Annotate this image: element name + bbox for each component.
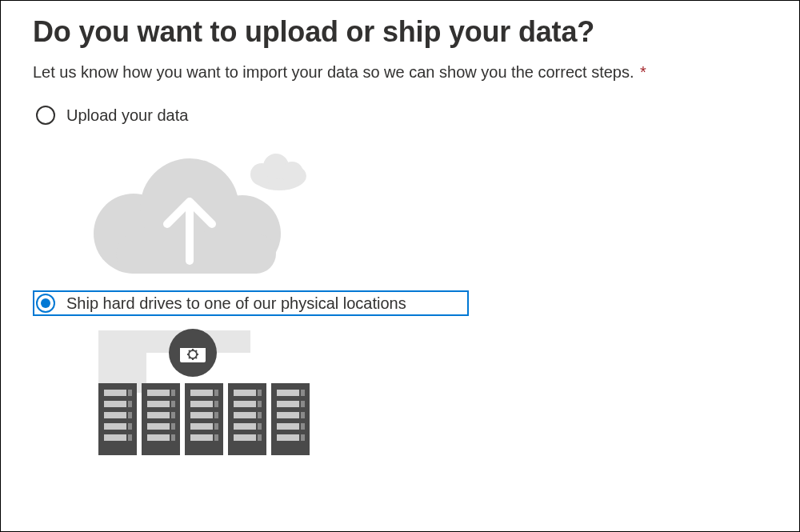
option-ship-label: Ship hard drives to one of our physical … xyxy=(66,294,406,313)
svg-rect-69 xyxy=(277,401,299,407)
svg-rect-42 xyxy=(171,412,175,418)
svg-line-21 xyxy=(189,357,190,358)
svg-line-22 xyxy=(195,350,197,352)
svg-rect-40 xyxy=(171,390,175,396)
svg-rect-73 xyxy=(301,390,305,396)
radio-upload[interactable] xyxy=(36,106,55,125)
svg-rect-76 xyxy=(301,423,305,430)
svg-rect-70 xyxy=(277,412,299,418)
svg-line-19 xyxy=(189,350,190,352)
svg-rect-29 xyxy=(128,390,132,396)
svg-point-3 xyxy=(281,162,303,184)
svg-rect-54 xyxy=(214,423,218,430)
svg-rect-68 xyxy=(277,390,299,396)
svg-rect-35 xyxy=(147,390,170,396)
svg-rect-31 xyxy=(128,412,132,418)
option-upload-label: Upload your data xyxy=(66,106,188,125)
svg-rect-27 xyxy=(104,423,126,430)
svg-rect-36 xyxy=(147,401,170,407)
svg-rect-77 xyxy=(301,434,305,441)
svg-rect-75 xyxy=(301,412,305,418)
svg-rect-58 xyxy=(234,401,256,407)
svg-rect-53 xyxy=(214,412,218,418)
svg-rect-66 xyxy=(258,434,262,441)
intro-text-content: Let us know how you want to import your … xyxy=(33,63,634,81)
svg-rect-50 xyxy=(190,434,213,441)
svg-rect-32 xyxy=(128,423,132,430)
svg-rect-71 xyxy=(277,423,299,430)
svg-rect-39 xyxy=(147,434,170,441)
svg-rect-61 xyxy=(234,434,256,441)
svg-rect-47 xyxy=(190,401,213,407)
svg-rect-13 xyxy=(180,343,206,348)
svg-rect-60 xyxy=(234,423,256,430)
intro-text: Let us know how you want to import your … xyxy=(33,63,767,82)
svg-rect-65 xyxy=(258,423,262,430)
svg-rect-64 xyxy=(258,412,262,418)
svg-rect-33 xyxy=(128,434,132,441)
svg-rect-24 xyxy=(104,390,126,396)
radio-ship[interactable] xyxy=(36,294,55,313)
option-upload[interactable]: Upload your data xyxy=(33,99,767,131)
svg-rect-52 xyxy=(214,401,218,407)
svg-rect-48 xyxy=(190,412,213,418)
required-asterisk: * xyxy=(640,63,646,81)
svg-rect-72 xyxy=(277,434,299,441)
svg-rect-25 xyxy=(104,401,126,407)
svg-rect-46 xyxy=(190,390,213,396)
svg-rect-7 xyxy=(116,234,276,274)
svg-rect-41 xyxy=(171,401,175,407)
svg-rect-62 xyxy=(258,390,262,396)
radio-ship-dot xyxy=(41,298,50,308)
svg-rect-43 xyxy=(171,423,175,430)
svg-rect-74 xyxy=(301,401,305,407)
svg-rect-59 xyxy=(234,412,256,418)
datacenter-icon xyxy=(81,321,321,461)
svg-rect-55 xyxy=(214,434,218,441)
svg-rect-63 xyxy=(258,401,262,407)
option-ship[interactable]: Ship hard drives to one of our physical … xyxy=(33,290,469,316)
svg-line-20 xyxy=(195,357,197,358)
svg-rect-51 xyxy=(214,390,218,396)
svg-rect-28 xyxy=(104,434,126,441)
svg-rect-37 xyxy=(147,412,170,418)
svg-rect-30 xyxy=(128,401,132,407)
svg-rect-57 xyxy=(234,390,256,396)
svg-rect-38 xyxy=(147,423,170,430)
page-heading: Do you want to upload or ship your data? xyxy=(33,15,767,49)
svg-rect-44 xyxy=(171,434,175,441)
svg-rect-26 xyxy=(104,412,126,418)
svg-rect-49 xyxy=(190,423,213,430)
cloud-upload-icon xyxy=(70,139,318,279)
